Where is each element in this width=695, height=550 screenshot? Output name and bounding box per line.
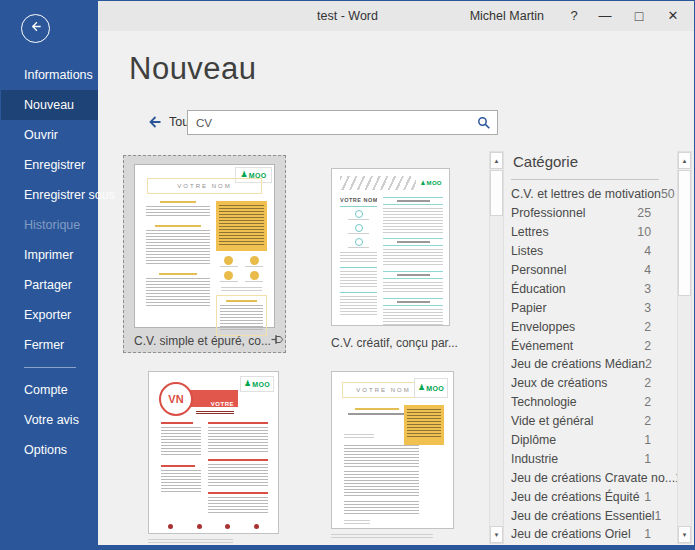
help-icon[interactable]: ? (560, 1, 588, 31)
category-item[interactable]: Vide et général2 (511, 412, 659, 431)
category-item[interactable]: Jeu de créations Équité1 (511, 487, 659, 506)
category-label: Listes (511, 244, 543, 258)
template-tile-lettre[interactable]: VOTRE NOM ♟ MOO (331, 371, 458, 540)
search-input[interactable] (188, 111, 469, 134)
category-count: 1 (627, 433, 651, 447)
category-count: 4 (627, 263, 651, 277)
search-icon[interactable] (477, 116, 491, 134)
category-item[interactable]: Événement2 (511, 336, 659, 355)
template-header-text: VOTRE NOM (147, 178, 262, 194)
category-item[interactable]: Lettres10 (511, 223, 659, 242)
backstage-sidebar: Informations Nouveau Ouvrir Enregistrer … (1, 1, 98, 545)
category-count: 2 (627, 395, 651, 409)
category-count: 3 (627, 301, 651, 315)
scroll-down-icon[interactable]: ▼ (490, 526, 503, 543)
sidebar-item-options[interactable]: Options (1, 435, 98, 465)
sidebar-divider (24, 367, 76, 368)
template-title: C.V. créatif, conçu par... (331, 336, 467, 350)
moo-brand-text: MOO (252, 381, 270, 388)
category-item[interactable]: Professionnel25 (511, 204, 659, 223)
template-thumbnail: VOTRE NOM ♟ MOO (331, 371, 454, 529)
sidebar-item-votre-avis[interactable]: Votre avis (1, 405, 98, 435)
category-label: Diplôme (511, 433, 556, 447)
categories-scrollbar[interactable]: ▲ ▼ (677, 151, 692, 544)
moo-brand-text: MOO (426, 385, 444, 392)
maximize-icon[interactable]: □ (622, 1, 656, 31)
template-title: C.V. simple et épuré, co... (134, 334, 271, 348)
search-back-button[interactable] (146, 113, 164, 131)
close-icon[interactable]: ✕ (656, 1, 690, 31)
sidebar-menu: Informations Nouveau Ouvrir Enregistrer … (1, 60, 98, 465)
templates-scrollbar[interactable]: ▲ ▼ (489, 151, 504, 544)
scroll-up-icon[interactable]: ▲ (678, 152, 691, 169)
category-item[interactable]: Jeu de créations Oriel1 (511, 525, 659, 544)
template-art (146, 201, 267, 323)
category-label: Jeu de créations Médian (511, 357, 645, 371)
category-count: 50 (661, 187, 675, 201)
category-count: 2 (627, 320, 651, 334)
category-label: C.V. et lettres de motivation (511, 187, 661, 201)
category-item[interactable]: Personnel4 (511, 261, 659, 280)
category-item[interactable]: Listes4 (511, 242, 659, 261)
template-tile-cv-simple[interactable]: ♟ MOO VOTRE NOM (123, 155, 286, 353)
category-count: 25 (627, 206, 651, 220)
account-user-name[interactable]: Michel Martin (470, 9, 560, 23)
category-label: Enveloppes (511, 320, 575, 334)
category-count: 4 (627, 244, 651, 258)
pin-icon[interactable] (271, 333, 285, 349)
category-item[interactable]: Enveloppes2 (511, 317, 659, 336)
sidebar-item-fermer[interactable]: Fermer (1, 330, 98, 360)
sidebar-item-compte[interactable]: Compte (1, 375, 98, 405)
category-item[interactable]: Éducation3 (511, 279, 659, 298)
template-art (161, 422, 268, 519)
category-count: 2 (645, 357, 652, 371)
sidebar-item-exporter[interactable]: Exporter (1, 300, 98, 330)
template-title-clipped (148, 539, 233, 545)
category-item[interactable]: Jeu de créations Essentiel1 (511, 506, 659, 525)
category-label: Jeux de créations (511, 376, 607, 390)
template-title-clipped (331, 534, 433, 540)
sidebar-item-ouvrir[interactable]: Ouvrir (1, 120, 98, 150)
decorative-pattern (340, 176, 417, 190)
category-item[interactable]: Industrie1 (511, 449, 659, 468)
template-banner-text: VOTRE (211, 401, 234, 407)
category-item[interactable]: Jeux de créations2 (511, 374, 659, 393)
category-item[interactable]: Jeu de créations Cravate no...1 (511, 468, 659, 487)
sidebar-item-informations[interactable]: Informations (1, 60, 98, 90)
category-item[interactable]: Jeu de créations Médian2 (511, 355, 659, 374)
template-tile-cv-creatif[interactable]: ♟ MOO VOTRE NOM (331, 168, 467, 350)
category-item[interactable]: Diplôme1 (511, 431, 659, 450)
category-item[interactable]: Technologie2 (511, 393, 659, 412)
sidebar-item-enregistrer-sous[interactable]: Enregistrer sous (1, 180, 98, 210)
category-count: 2 (627, 414, 651, 428)
category-count: 10 (627, 225, 651, 239)
category-label: Industrie (511, 452, 558, 466)
moo-logo: ♟ MOO (416, 177, 446, 189)
category-heading: Catégorie (511, 151, 659, 180)
template-thumbnail: ♟ MOO VOTRE NOM (331, 168, 450, 326)
template-thumbnail: ♟ MOO VN VOTRE (148, 371, 279, 534)
sidebar-item-imprimer[interactable]: Imprimer (1, 240, 98, 270)
moo-logo: ♟ MOO (414, 378, 448, 398)
template-tile-cv-rouge[interactable]: ♟ MOO VN VOTRE (148, 371, 279, 545)
back-button[interactable] (21, 14, 50, 43)
minimize-icon[interactable]: — (588, 1, 622, 31)
scroll-up-icon[interactable]: ▲ (490, 152, 503, 169)
category-label: Personnel (511, 263, 566, 277)
decorative-dots (168, 524, 258, 529)
sidebar-item-nouveau[interactable]: Nouveau (1, 90, 98, 120)
category-item[interactable]: C.V. et lettres de motivation50 (511, 185, 659, 204)
category-count: 1 (627, 452, 651, 466)
scrollbar-thumb[interactable] (678, 170, 691, 296)
template-monogram: VN (159, 382, 193, 416)
sidebar-item-partager[interactable]: Partager (1, 270, 98, 300)
page-title: Nouveau (129, 51, 257, 87)
scroll-down-icon[interactable]: ▼ (678, 526, 691, 543)
window-controls: Michel Martin ? — □ ✕ (470, 1, 690, 31)
scrollbar-thumb[interactable] (490, 170, 503, 216)
template-art: VOTRE NOM (340, 197, 443, 317)
category-item[interactable]: Papier3 (511, 298, 659, 317)
category-label: Professionnel (511, 206, 586, 220)
category-count: 2 (627, 376, 651, 390)
sidebar-item-enregistrer[interactable]: Enregistrer (1, 150, 98, 180)
